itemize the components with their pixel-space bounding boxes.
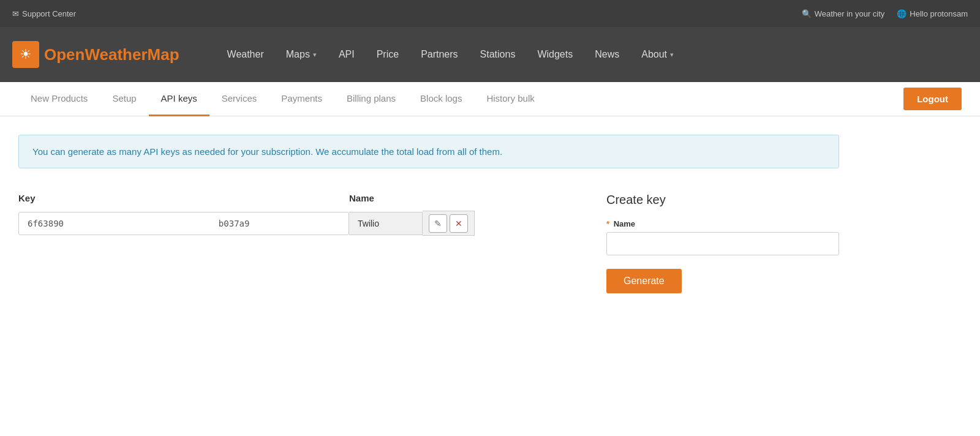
main-content: You can generate as many API keys as nee… <box>0 116 858 312</box>
nav-links: Weather Maps ▾ API Price Partners Statio… <box>216 27 968 82</box>
nav-partners[interactable]: Partners <box>410 27 469 82</box>
search-icon: 🔍 <box>802 9 812 18</box>
chevron-down-icon: ▾ <box>313 51 317 59</box>
nav-partners-label: Partners <box>421 49 458 60</box>
tab-history-bulk[interactable]: History bulk <box>474 82 546 116</box>
logo-text: OpenWeatherMap <box>44 45 179 64</box>
tab-payments-label: Payments <box>281 93 322 103</box>
logout-button[interactable]: Logout <box>903 88 962 110</box>
tab-billing-plans[interactable]: Billing plans <box>334 82 408 116</box>
name-label: * Name <box>606 219 839 228</box>
tab-block-logs-label: Block logs <box>420 93 462 103</box>
weather-city-link[interactable]: 🔍 Weather in your city <box>802 9 885 18</box>
top-bar: ✉ Support Center 🔍 Weather in your city … <box>0 0 980 27</box>
key-name-cell: Twilio <box>349 212 423 235</box>
logo-text-plain: Open <box>44 45 85 64</box>
tab-api-keys[interactable]: API keys <box>149 82 209 116</box>
main-nav: ☀ OpenWeatherMap Weather Maps ▾ API Pric… <box>0 27 980 82</box>
tab-services[interactable]: Services <box>209 82 270 116</box>
table-header: Key Name <box>18 193 570 203</box>
create-key-title: Create key <box>606 193 839 207</box>
hello-label: Hello protonsam <box>910 9 968 18</box>
support-center-link[interactable]: ✉ Support Center <box>12 9 76 18</box>
tab-setup-label: Setup <box>112 93 136 103</box>
name-label-text: Name <box>614 219 635 228</box>
globe-icon: 🌐 <box>897 9 907 18</box>
tab-payments[interactable]: Payments <box>269 82 334 116</box>
tab-new-products-label: New Products <box>31 93 88 103</box>
hello-user-link[interactable]: 🌐 Hello protonsam <box>897 9 968 18</box>
tab-block-logs[interactable]: Block logs <box>408 82 474 116</box>
tab-setup[interactable]: Setup <box>100 82 148 116</box>
name-field: * Name <box>606 219 839 255</box>
nav-maps-label: Maps <box>286 49 310 60</box>
tab-api-keys-label: API keys <box>161 93 197 103</box>
top-bar-left: ✉ Support Center <box>12 9 76 18</box>
generate-button[interactable]: Generate <box>606 269 682 293</box>
edit-key-button[interactable]: ✎ <box>429 214 447 233</box>
tab-billing-plans-label: Billing plans <box>347 93 396 103</box>
col-name-header: Name <box>349 193 570 203</box>
tab-bar: New Products Setup API keys Services Pay… <box>0 82 980 116</box>
nav-widgets[interactable]: Widgets <box>526 27 584 82</box>
edit-icon: ✎ <box>434 219 442 228</box>
nav-news-label: News <box>595 49 619 60</box>
nav-stations-label: Stations <box>480 49 516 60</box>
nav-about-label: About <box>641 49 667 60</box>
delete-key-button[interactable]: ✕ <box>450 214 468 233</box>
key-name-value: Twilio <box>358 219 379 228</box>
weather-city-label: Weather in your city <box>815 9 885 18</box>
support-center-label: Support Center <box>22 9 76 18</box>
logo-text-orange: WeatherMap <box>85 45 179 64</box>
nav-weather-label: Weather <box>227 49 264 60</box>
required-marker: * <box>606 219 609 228</box>
nav-price[interactable]: Price <box>366 27 410 82</box>
api-key-input[interactable] <box>18 212 349 235</box>
chevron-down-icon-about: ▾ <box>670 51 674 59</box>
keys-section: Key Name Twilio ✎ ✕ Create <box>18 193 839 293</box>
api-keys-table: Key Name Twilio ✎ ✕ <box>18 193 570 236</box>
tab-services-label: Services <box>222 93 257 103</box>
nav-stations[interactable]: Stations <box>469 27 527 82</box>
tab-new-products[interactable]: New Products <box>18 82 100 116</box>
mail-icon: ✉ <box>12 9 19 18</box>
nav-weather[interactable]: Weather <box>216 27 275 82</box>
nav-maps[interactable]: Maps ▾ <box>275 27 328 82</box>
nav-news[interactable]: News <box>584 27 630 82</box>
delete-icon: ✕ <box>455 219 462 228</box>
logo-icon: ☀ <box>12 41 39 68</box>
nav-api-label: API <box>339 49 355 60</box>
info-box-message: You can generate as many API keys as nee… <box>32 146 502 157</box>
logo-link[interactable]: ☀ OpenWeatherMap <box>12 41 179 68</box>
table-row: Twilio ✎ ✕ <box>18 211 570 236</box>
nav-price-label: Price <box>377 49 399 60</box>
action-cell: ✎ ✕ <box>423 211 475 236</box>
name-input[interactable] <box>606 232 839 255</box>
col-key-header: Key <box>18 193 349 203</box>
info-box: You can generate as many API keys as nee… <box>18 135 839 168</box>
create-key-section: Create key * Name Generate <box>606 193 839 293</box>
nav-api[interactable]: API <box>328 27 366 82</box>
nav-about[interactable]: About ▾ <box>630 27 685 82</box>
top-bar-right: 🔍 Weather in your city 🌐 Hello protonsam <box>802 9 968 18</box>
nav-widgets-label: Widgets <box>537 49 573 60</box>
tab-history-bulk-label: History bulk <box>486 93 534 103</box>
